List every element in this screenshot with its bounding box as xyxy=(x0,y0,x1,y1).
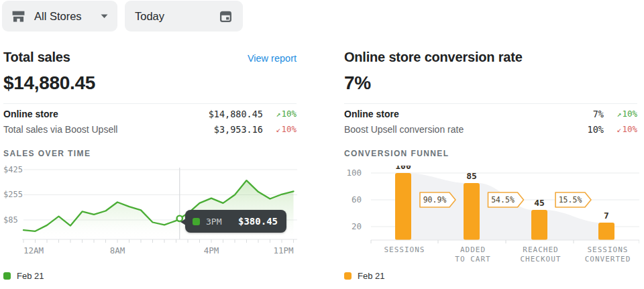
category-label: REACHED xyxy=(523,245,558,254)
x-axis-label: 12AM xyxy=(23,245,44,255)
category-label: SESSIONS xyxy=(588,245,629,254)
bar-value-label: 100 xyxy=(395,166,411,171)
metric-label: Total sales via Boost Upsell xyxy=(3,124,214,135)
store-icon xyxy=(11,9,25,23)
chevron-down-icon xyxy=(101,14,108,19)
chart-tooltip: 3PM $380.45 xyxy=(185,210,286,233)
view-report-link[interactable]: View report xyxy=(248,53,297,64)
legend-swatch-orange xyxy=(344,272,352,280)
metric-delta: ↙10% xyxy=(263,124,297,134)
metric-row-boost-upsell: Total sales via Boost Upsell $3,953.16 ↙… xyxy=(3,121,297,137)
legend-label: Feb 21 xyxy=(358,271,384,281)
total-sales-header: Total sales View report xyxy=(3,50,297,66)
metric-label: Online store xyxy=(344,109,593,119)
metric-label: Online store xyxy=(3,109,209,119)
x-axis-label: 8AM xyxy=(110,245,125,255)
category-label: CONVERTED xyxy=(585,255,631,264)
sales-over-time-chart[interactable]: $425$255$8512AM8AM4PM11PM 3PM $380.45 xyxy=(3,166,297,259)
metric-delta: ↗10% xyxy=(263,109,297,119)
y-axis-label: $425 xyxy=(3,166,23,174)
metric-label: Boost Upsell conversion rate xyxy=(344,124,588,135)
funnel-bar[interactable] xyxy=(395,173,411,240)
metric-value: 7% xyxy=(593,109,604,119)
bar-value-label: 7 xyxy=(604,211,609,221)
topbar: All Stores Today xyxy=(0,0,644,32)
series-swatch xyxy=(193,218,200,225)
trend-up-icon: ↗ xyxy=(616,109,621,119)
bar-value-label: 45 xyxy=(534,198,545,208)
delta-value: 10% xyxy=(281,109,297,119)
total-sales-panel: Total sales View report $14,880.45 Onlin… xyxy=(3,50,297,281)
trend-down-icon: ↙ xyxy=(276,125,280,134)
legend-swatch-green xyxy=(3,272,11,280)
y-axis-label: 60 xyxy=(352,194,362,205)
funnel-bar[interactable] xyxy=(464,183,480,240)
total-sales-metrics: Online store $14,880.45 ↗10% Total sales… xyxy=(3,103,297,137)
sales-over-time-label: SALES OVER TIME xyxy=(3,149,297,158)
metric-row-boost-upsell: Boost Upsell conversion rate 10% ↙10% xyxy=(344,121,637,137)
metric-row-online-store: Online store $14,880.45 ↗10% xyxy=(3,106,297,121)
legend-label: Feb 21 xyxy=(17,271,44,281)
trend-up-icon: ↗ xyxy=(276,109,280,119)
drop-rate-value: 15.5% xyxy=(559,195,582,205)
category-label: TO CART xyxy=(455,255,490,264)
sales-legend: Feb 21 xyxy=(3,271,297,281)
total-sales-title: Total sales xyxy=(3,50,70,65)
store-selector[interactable]: All Stores xyxy=(2,1,117,32)
metric-row-online-store: Online store 7% ↗10% xyxy=(344,106,637,121)
drop-rate-value: 54.5% xyxy=(491,195,515,205)
y-axis-label: $85 xyxy=(3,215,18,225)
category-label: SESSIONS xyxy=(384,245,425,254)
conversion-rate-panel: Online store conversion rate 7% Online s… xyxy=(344,50,637,281)
delta-value: 10% xyxy=(622,124,637,134)
delta-value: 10% xyxy=(622,109,637,119)
conversion-rate-title: Online store conversion rate xyxy=(344,50,523,65)
conversion-metrics: Online store 7% ↗10% Boost Upsell conver… xyxy=(344,103,637,137)
x-axis-label: 11PM xyxy=(273,245,293,255)
funnel-bar[interactable] xyxy=(531,210,547,240)
analytics-dashboard: All Stores Today Total sales View report xyxy=(0,0,644,281)
conversion-rate-value: 7% xyxy=(344,72,637,94)
y-axis-label: $255 xyxy=(3,190,23,199)
store-selector-label: All Stores xyxy=(34,10,82,23)
metric-value: $14,880.45 xyxy=(209,109,263,119)
conversion-funnel-chart[interactable]: 10060201008545790.9%54.5%15.5%SESSIONSAD… xyxy=(344,166,637,266)
conversion-funnel-label: CONVERSION FUNNEL xyxy=(344,149,637,158)
tooltip-value: $380.45 xyxy=(238,216,278,227)
date-selector[interactable]: Today xyxy=(125,1,243,32)
date-selector-label: Today xyxy=(135,10,164,23)
drop-rate-value: 90.9% xyxy=(423,195,447,205)
funnel-legend: Feb 21 xyxy=(344,271,637,281)
metric-value: $3,953.16 xyxy=(214,124,263,135)
funnel-bar-chart-svg: 10060201008545790.9%54.5%15.5%SESSIONSAD… xyxy=(344,166,639,266)
delta-value: 10% xyxy=(281,124,297,134)
total-sales-value: $14,880.45 xyxy=(3,72,297,94)
trend-down-icon: ↙ xyxy=(616,125,621,134)
bar-value-label: 85 xyxy=(466,171,477,181)
calendar-icon xyxy=(219,9,233,23)
x-axis-label: 4PM xyxy=(204,245,219,255)
metric-value: 10% xyxy=(588,124,604,135)
dashboard-panels: Total sales View report $14,880.45 Onlin… xyxy=(0,50,644,281)
tooltip-time: 3PM xyxy=(206,217,221,227)
funnel-bar[interactable] xyxy=(598,223,614,240)
metric-delta: ↗10% xyxy=(604,109,637,119)
category-label: ADDED xyxy=(460,245,486,254)
y-axis-label: 20 xyxy=(352,221,362,231)
metric-delta: ↙10% xyxy=(604,124,637,134)
category-label: CHECKOUT xyxy=(521,255,561,264)
conversion-rate-header: Online store conversion rate xyxy=(344,50,637,66)
y-axis-label: 100 xyxy=(346,168,362,178)
